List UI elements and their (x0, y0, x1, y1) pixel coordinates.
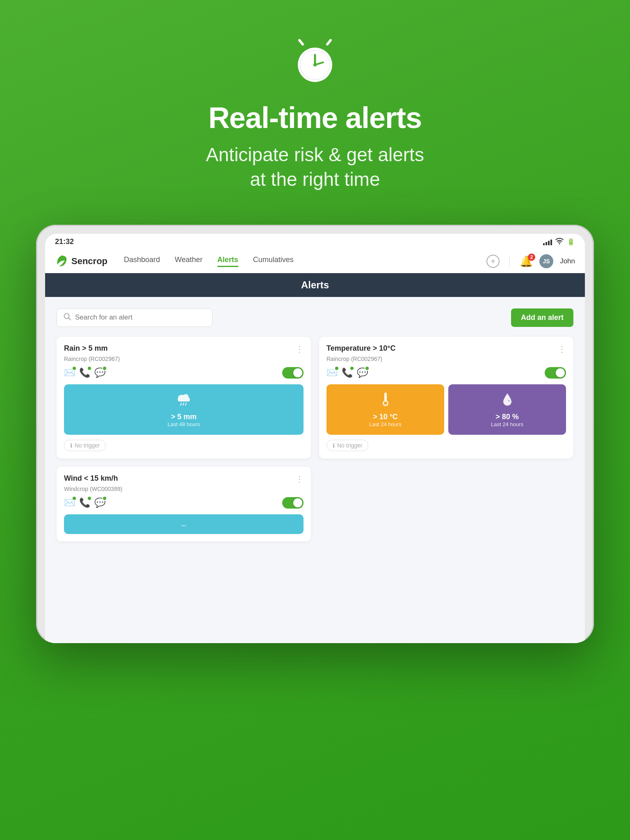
condition-box-humidity: > 80 % Last 24 hours (448, 384, 566, 435)
phone-notify-icon-wind: 📞 (79, 498, 90, 508)
alert-toggle-wind[interactable] (282, 497, 304, 509)
tablet: 21:32 🔋 (36, 225, 594, 643)
svg-line-9 (180, 403, 181, 405)
humidity-condition-period: Last 24 hours (491, 421, 523, 427)
alert-conditions-temp: > 10 °C Last 24 hours > 80 % Last 24 hou… (326, 384, 566, 435)
hero-section: Real-time alerts Anticipate risk & get a… (0, 0, 630, 217)
alert-title-wind: Wind < 15 km/h (64, 474, 118, 483)
email-notify-badge (72, 366, 77, 371)
alarm-clock-icon (290, 37, 340, 86)
temp-condition-value: > 10 °C (373, 413, 398, 421)
nav-divider (509, 256, 510, 267)
phone-notify-icon: 📞 (79, 368, 90, 378)
svg-rect-14 (385, 397, 386, 402)
no-trigger-icon-temp: ℹ (333, 442, 335, 449)
tablet-wrapper: 21:32 🔋 (0, 225, 630, 643)
alert-toggle-rain[interactable] (282, 367, 304, 379)
wind-partial-label: ... (181, 521, 186, 527)
condition-box-rain: > 5 mm Last 48 hours (64, 384, 304, 435)
sms-notify-badge (102, 366, 107, 371)
alert-icons-row-temp: ✉️ 📞 💬 (326, 367, 566, 379)
phone-notify-badge (87, 366, 92, 371)
more-options-button-wind[interactable]: ⋮ (295, 474, 304, 484)
rain-condition-value: > 5 mm (171, 413, 197, 421)
svg-line-10 (183, 403, 184, 405)
email-notify-icon: ✉️ (64, 368, 75, 378)
alert-notify-icons-wind: ✉️ 📞 💬 (64, 498, 105, 508)
more-options-button-temp[interactable]: ⋮ (558, 344, 566, 354)
temp-condition-icon (379, 392, 392, 409)
tablet-screen: 21:32 🔋 (45, 234, 585, 643)
phone-badge-wind (87, 496, 92, 501)
alert-notify-icons-temp: ✉️ 📞 💬 (326, 368, 368, 378)
email-badge-wind (72, 496, 77, 501)
alert-card-temperature: Temperature > 10°C ⋮ Raincrop (RC002967)… (319, 337, 573, 459)
email-badge-temp (334, 366, 339, 371)
alerts-grid: Rain > 5 mm ⋮ Raincrop (RC002967) ✉️ 📞 (57, 337, 573, 541)
user-name: John (560, 257, 575, 265)
nav-add-button[interactable]: + (486, 255, 500, 268)
svg-point-6 (313, 63, 317, 66)
search-icon (64, 313, 71, 322)
condition-box-temp: > 10 °C Last 24 hours (326, 384, 444, 435)
alert-icons-row-wind: ✉️ 📞 💬 (64, 497, 304, 509)
add-alert-button[interactable]: Add an alert (511, 308, 573, 327)
page-title: Alerts (301, 279, 329, 291)
wifi-icon (555, 238, 564, 246)
status-time: 21:32 (55, 237, 74, 246)
alert-notify-icons: ✉️ 📞 💬 (64, 368, 105, 378)
alert-card-wind: Wind < 15 km/h ⋮ Windcrop (WC000389) ✉️ … (57, 467, 311, 541)
phone-notify-icon-temp: 📞 (342, 368, 353, 378)
status-icons: 🔋 (543, 238, 575, 246)
temp-condition-period: Last 24 hours (369, 421, 402, 427)
alert-device: Raincrop (RC002967) (64, 356, 304, 362)
alert-card-header-temp: Temperature > 10°C ⋮ (326, 344, 566, 354)
alert-card-rain: Rain > 5 mm ⋮ Raincrop (RC002967) ✉️ 📞 (57, 337, 311, 459)
no-trigger-temp: ℹ No trigger (326, 440, 368, 451)
search-box[interactable] (57, 308, 212, 327)
nav-weather[interactable]: Weather (175, 256, 203, 267)
email-notify-icon-wind: ✉️ (64, 498, 75, 508)
sms-notify-icon-wind: 💬 (94, 498, 105, 508)
alert-toggle-temp[interactable] (545, 367, 566, 379)
humidity-condition-value: > 80 % (495, 413, 519, 421)
wind-condition-box-partial: ... (64, 514, 304, 534)
nav-right: + 🔔 2 JS John (486, 254, 575, 268)
alert-title: Rain > 5 mm (64, 344, 108, 353)
email-notify-icon-temp: ✉️ (326, 368, 338, 378)
nav-links: Dashboard Weather Alerts Cumulatives (124, 256, 486, 267)
nav-alerts[interactable]: Alerts (217, 256, 238, 267)
logo[interactable]: Sencrop (55, 255, 107, 268)
signal-bars (543, 239, 552, 245)
svg-point-16 (508, 400, 510, 402)
humidity-condition-icon (501, 392, 514, 409)
no-trigger-icon: ℹ (70, 442, 72, 449)
bell-button[interactable]: 🔔 2 (520, 255, 533, 268)
sms-badge-wind (102, 496, 107, 501)
search-input[interactable] (75, 313, 205, 322)
tablet-side-button (36, 425, 37, 450)
rain-condition-icon (176, 392, 191, 409)
nav-cumulatives[interactable]: Cumulatives (253, 256, 294, 267)
alert-card-header: Rain > 5 mm ⋮ (64, 344, 304, 354)
alert-device-temp: Raincrop (RC002967) (326, 356, 566, 362)
content-area: Add an alert Rain > 5 mm ⋮ Raincrop (RC0… (45, 297, 585, 643)
svg-line-1 (327, 40, 331, 44)
user-avatar[interactable]: JS (539, 254, 553, 268)
more-options-button[interactable]: ⋮ (295, 344, 304, 354)
toolbar: Add an alert (57, 308, 573, 327)
sms-badge-temp (365, 366, 370, 371)
svg-line-8 (68, 318, 71, 320)
logo-text: Sencrop (71, 256, 107, 267)
sms-notify-icon: 💬 (94, 368, 105, 378)
svg-line-11 (185, 403, 186, 405)
alert-icons-row: ✉️ 📞 💬 (64, 367, 304, 379)
nav-dashboard[interactable]: Dashboard (124, 256, 160, 267)
bell-badge: 2 (528, 253, 535, 261)
svg-line-0 (299, 40, 303, 44)
no-trigger-rain: ℹ No trigger (64, 440, 106, 451)
phone-badge-temp (349, 366, 354, 371)
hero-title: Real-time alerts (208, 101, 422, 135)
svg-point-15 (384, 402, 387, 405)
hero-subtitle: Anticipate risk & get alerts at the righ… (206, 143, 424, 192)
